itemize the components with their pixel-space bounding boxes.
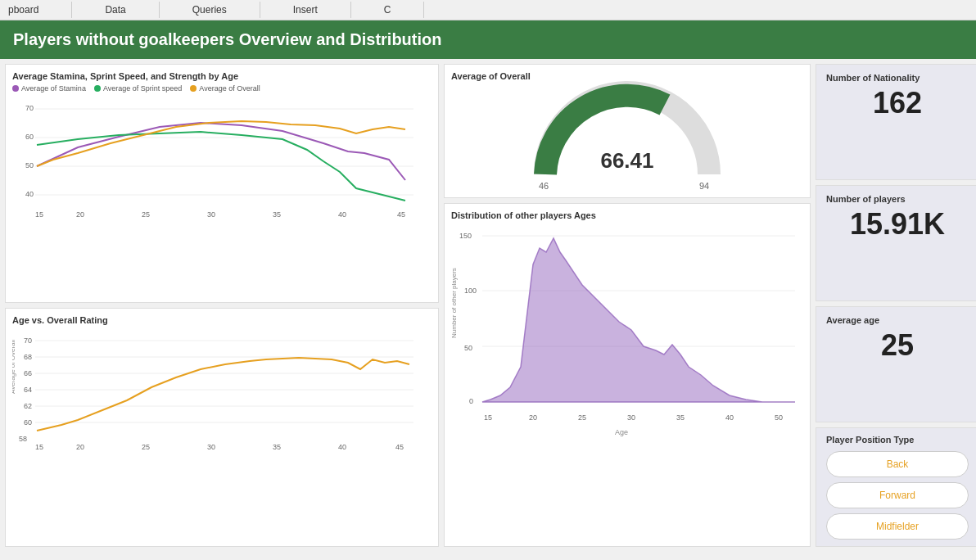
svg-text:Average of Overall: Average of Overall [12,340,16,394]
svg-text:64: 64 [24,386,32,394]
svg-text:Age: Age [615,428,628,436]
svg-text:40: 40 [25,190,34,198]
svg-text:Number of other players: Number of other players [451,268,458,338]
distribution-chart-svg: 150 100 50 0 Number of other players 15 … [451,224,803,453]
nav-item-data[interactable]: Data [72,2,159,18]
svg-text:68: 68 [24,353,32,361]
nav-item-clipboard[interactable]: pboard [0,2,72,18]
svg-text:45: 45 [397,210,405,219]
sprint-dot [94,85,101,92]
svg-text:70: 70 [24,336,32,345]
age-overall-chart-box: Age vs. Overall Rating 70 68 66 64 62 60… [5,308,439,547]
players-value: 15.91K [826,207,969,242]
svg-text:15: 15 [35,210,43,219]
svg-text:40: 40 [338,443,346,451]
back-button[interactable]: Back [826,451,969,477]
svg-text:30: 30 [207,443,215,451]
legend-sprint-label: Average of Sprint speed [103,84,182,93]
svg-text:150: 150 [459,232,472,240]
legend-overall-label: Average of Overall [199,84,260,93]
legend-stamina-label: Average of Stamina [21,84,86,93]
avg-age-label: Average age [826,315,969,325]
avg-age-value: 25 [826,328,969,363]
svg-text:25: 25 [142,210,150,219]
legend-overall: Average of Overall [190,84,260,93]
svg-text:50: 50 [775,413,783,422]
position-label: Player Position Type [826,435,969,445]
svg-text:25: 25 [578,413,586,422]
nationality-label: Number of Nationality [826,73,969,83]
svg-text:25: 25 [142,443,150,451]
svg-text:35: 35 [273,443,281,451]
left-panel: Average Stamina, Sprint Speed, and Stren… [5,64,439,547]
svg-text:58: 58 [19,435,27,443]
avg-age-kpi: Average age 25 [816,306,976,422]
nationality-kpi: Number of Nationality 162 [816,64,976,180]
svg-text:60: 60 [25,133,34,141]
svg-text:66.41: 66.41 [600,148,653,173]
svg-text:94: 94 [699,181,709,191]
svg-text:50: 50 [464,344,472,352]
svg-text:50: 50 [25,161,34,169]
svg-text:20: 20 [76,443,84,451]
distribution-chart-box: Distribution of other players Ages 150 1… [444,203,811,547]
svg-marker-57 [482,238,795,402]
stamina-dot [12,85,19,92]
dashboard-body: Average Stamina, Sprint Speed, and Stren… [0,59,976,552]
overall-dot [190,85,197,92]
svg-text:15: 15 [484,413,492,422]
svg-text:0: 0 [469,397,473,405]
svg-text:20: 20 [76,210,84,219]
top-nav: pboard Data Queries Insert C [0,0,976,20]
svg-text:40: 40 [725,413,734,422]
player-position-box: Player Position Type Back Forward Midfie… [816,427,976,547]
svg-text:62: 62 [24,402,32,410]
legend-stamina: Average of Stamina [12,84,86,93]
stamina-chart-title: Average Stamina, Sprint Speed, and Stren… [12,71,432,81]
nav-item-queries[interactable]: Queries [160,2,260,18]
svg-text:60: 60 [24,418,32,427]
gauge-svg: 46 94 66.41 [513,76,742,199]
svg-text:100: 100 [464,287,477,295]
stamina-legend: Average of Stamina Average of Sprint spe… [12,84,432,93]
stamina-chart-box: Average Stamina, Sprint Speed, and Stren… [5,64,439,303]
svg-text:70: 70 [25,104,34,112]
page-title: Players without goalkeepers Overview and… [0,20,976,59]
players-label: Number of players [826,194,969,204]
svg-text:35: 35 [676,413,685,422]
svg-text:66: 66 [24,369,32,377]
midfielder-button[interactable]: Midfielder [826,513,969,540]
age-overall-chart-title: Age vs. Overall Rating [12,315,432,325]
svg-text:45: 45 [395,443,404,451]
nav-item-c[interactable]: C [351,2,425,18]
svg-text:46: 46 [539,181,549,191]
svg-text:40: 40 [338,210,346,219]
gauge-container: 46 94 66.41 [451,84,803,191]
svg-text:30: 30 [627,413,635,422]
stamina-chart-svg: 70 60 50 40 15 20 25 30 35 40 45 [12,94,430,221]
players-kpi: Number of players 15.91K [816,185,976,301]
distribution-chart-title: Distribution of other players Ages [451,210,803,220]
nav-item-insert[interactable]: Insert [260,2,351,18]
forward-button[interactable]: Forward [826,482,969,508]
svg-text:20: 20 [529,413,537,422]
nationality-value: 162 [826,86,969,120]
svg-text:30: 30 [207,210,215,219]
svg-text:35: 35 [273,210,281,219]
gauge-chart-box: Average of Overall 46 94 66.41 [444,64,811,198]
right-panel: Number of Nationality 162 Number of play… [816,64,976,547]
center-panel: Average of Overall 46 94 66.41 Distribu [444,64,811,547]
legend-sprint: Average of Sprint speed [94,84,182,93]
svg-text:15: 15 [35,443,43,451]
age-overall-chart-svg: 70 68 66 64 62 60 58 Average of Overall … [12,328,430,451]
